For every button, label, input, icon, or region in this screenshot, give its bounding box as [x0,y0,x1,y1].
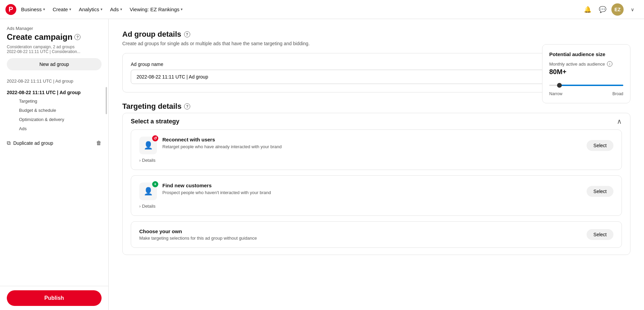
business-chevron-icon: ▾ [43,7,45,12]
expand-icon[interactable]: ∨ [626,3,639,16]
choose-own-select-button[interactable]: Select [587,229,613,240]
nav-ads-label: Ads [110,6,119,12]
messages-button[interactable]: 💬 [596,3,609,16]
delete-ad-group-button[interactable]: 🗑 [96,140,102,146]
audience-value: 80M+ [549,68,623,76]
find-customers-badge-icon: + [152,181,158,187]
audience-narrow-label: Narrow [549,91,562,96]
nav-create-label: Create [53,6,68,12]
sidebar-meta-line1: Consideration campaign, 2 ad groups [7,45,102,49]
audience-slider-thumb[interactable] [557,83,562,88]
topnav-right-actions: 🔔 💬 EZ ∨ [582,3,639,16]
campaign-title-text: Create campaign [7,32,72,42]
reconnect-person-icon: 👤 [144,141,153,150]
ad-group-details-title-text: Ad group details [122,30,181,39]
user-avatar-button[interactable]: EZ [611,3,624,16]
choose-own-desc: Make targeting selections for this ad gr… [139,236,257,241]
sidebar-meta: Consideration campaign, 2 ad groups 2022… [0,45,108,58]
reconnect-icon-wrap: 👤 ↺ [139,137,157,154]
nav-business-label: Business [21,6,42,12]
new-ad-group-button[interactable]: New ad group [7,58,102,70]
strategy-choose-own-card: Choose your own Make targeting selection… [131,221,622,248]
reconnect-badge-icon: ↺ [152,135,158,141]
nav-analytics[interactable]: Analytics ▾ [75,4,106,14]
create-chevron-icon: ▾ [69,7,71,12]
pinterest-logo[interactable]: P [5,4,16,15]
duplicate-ad-group-label[interactable]: Duplicate ad group [13,140,93,146]
audience-range-labels: Narrow Broad [549,91,623,96]
choose-own-name: Choose your own [139,228,257,234]
sidebar-subitem-ads[interactable]: Ads [14,124,102,133]
targeting-details-title-text: Targeting details [122,102,181,111]
sidebar-selected-group: 2022-08-22 11:11 UTC | Ad group Targetin… [0,86,108,136]
audience-monthly-label: Monthly active ads audience i [549,61,623,67]
audience-slider[interactable] [549,81,623,89]
audience-slider-fill [560,85,623,86]
top-navigation: P Business ▾ Create ▾ Analytics ▾ Ads ▾ … [0,0,644,19]
ads-chevron-icon: ▾ [120,7,122,12]
find-customers-details-toggle[interactable]: › Details [139,200,613,209]
reconnect-text: Reconnect with users Retarget people who… [162,137,581,150]
find-customers-icon-wrap: 👤 + [139,183,157,200]
find-customers-details-label: Details [142,204,156,209]
find-customers-text: Find new customers Prospect people who h… [162,183,581,196]
find-customers-details-chevron-icon: › [139,204,141,209]
find-customers-select-button[interactable]: Select [587,186,613,197]
campaign-title: Create campaign ? [7,32,102,42]
audience-info-icon[interactable]: i [607,61,612,67]
nav-analytics-label: Analytics [79,6,99,12]
audience-monthly-label-text: Monthly active ads audience [549,62,605,67]
nav-create[interactable]: Create ▾ [49,4,75,14]
sidebar-subitem-targeting[interactable]: Targeting [14,97,102,106]
sidebar-subitems: Targeting Budget & schedule Optimization… [7,95,102,135]
nav-ads[interactable]: Ads ▾ [107,4,126,14]
ad-group-details-help-icon[interactable]: ? [184,31,190,37]
select-strategy-label: Select a strategy [131,118,179,125]
strategy-reconnect-card: 👤 ↺ Reconnect with users Retarget people… [131,130,622,170]
find-customers-desc: Prospect people who haven't interacted w… [162,190,581,196]
targeting-details-section: Targeting details ? Select a strategy ∧ … [122,102,630,255]
ad-group-details-title: Ad group details ? [122,30,630,39]
audience-panel-title: Potential audience size [549,51,623,57]
selected-group-label[interactable]: 2022-08-22 11:11 UTC | Ad group [7,90,102,95]
publish-button[interactable]: Publish [7,290,102,306]
sidebar-meta-line2: 2022-08-22 11:11 UTC | Consideration... [7,49,102,54]
sidebar-footer: Publish [0,286,108,310]
strategy-reconnect-row: 👤 ↺ Reconnect with users Retarget people… [139,137,613,154]
sidebar-subitem-budget[interactable]: Budget & schedule [14,106,102,115]
targeting-details-help-icon[interactable]: ? [184,103,190,109]
choose-own-text: Choose your own Make targeting selection… [139,228,257,241]
select-strategy-container: Select a strategy ∧ 👤 ↺ Reconnect with u… [122,113,630,255]
find-customers-name: Find new customers [162,183,581,188]
reconnect-select-button[interactable]: Select [587,140,613,151]
sidebar-header: Ads Manager Create campaign ? [0,19,108,45]
duplicate-ad-group-area: ⧉ Duplicate ad group 🗑 [0,136,108,150]
strategy-collapse-icon[interactable]: ∧ [617,117,622,125]
reconnect-desc: Retarget people who have already interac… [162,144,581,150]
audience-broad-label: Broad [612,91,623,96]
choose-own-row: Choose your own Make targeting selection… [139,228,613,241]
select-strategy-header-left: Select a strategy [131,118,179,125]
find-customers-person-icon: 👤 [144,187,153,196]
sidebar-subitem-optimization[interactable]: Optimization & delivery [14,115,102,124]
reconnect-details-label: Details [142,158,156,163]
sidebar: Ads Manager Create campaign ? Considerat… [0,19,109,310]
campaign-help-icon[interactable]: ? [74,34,80,40]
nav-business[interactable]: Business ▾ [18,4,49,14]
nav-viewing[interactable]: Viewing: EZ Rankings ▾ [126,4,186,14]
duplicate-icon: ⧉ [7,140,11,146]
reconnect-details-toggle[interactable]: › Details [139,154,613,163]
reconnect-details-chevron-icon: › [139,158,141,163]
viewing-chevron-icon: ▾ [181,7,183,12]
nav-viewing-label: Viewing: EZ Rankings [130,6,179,12]
nav-items: Business ▾ Create ▾ Analytics ▾ Ads ▾ Vi… [18,4,582,14]
sidebar-group-item-1[interactable]: 2022-08-22 11:11 UTC | Ad group [0,76,108,86]
notifications-button[interactable]: 🔔 [582,3,594,16]
ads-manager-label: Ads Manager [7,26,102,31]
strategy-find-customers-row: 👤 + Find new customers Prospect people w… [139,183,613,200]
strategy-find-customers-card: 👤 + Find new customers Prospect people w… [131,175,622,216]
analytics-chevron-icon: ▾ [101,7,103,12]
sidebar-scroll-area: 2022-08-22 11:11 UTC | Ad group 2022-08-… [0,76,108,310]
select-strategy-header[interactable]: Select a strategy ∧ [131,113,622,130]
sidebar-scrollbar[interactable] [106,87,107,114]
